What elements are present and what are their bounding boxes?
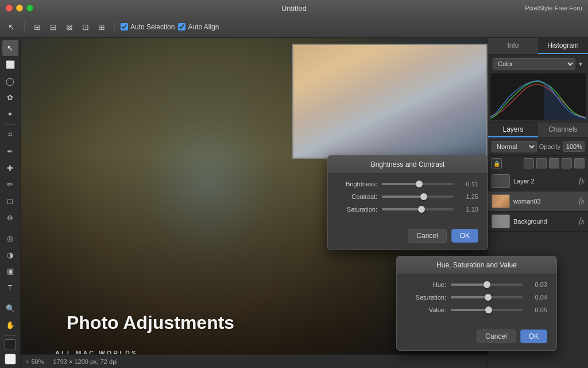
value-thumb[interactable] — [485, 306, 492, 313]
toolbar-separator — [24, 21, 25, 33]
color-mode-select[interactable]: Color — [493, 58, 575, 70]
tool-zoom[interactable]: 🔍 — [2, 301, 18, 316]
move-tool-icon[interactable]: ↖ — [5, 20, 18, 34]
brightness-thumb[interactable] — [416, 181, 423, 187]
tool-group-move: ↖ — [5, 20, 18, 34]
zoom-control[interactable]: + 50% — [25, 358, 44, 365]
layer-item-background[interactable]: Background fx — [488, 212, 588, 232]
tool-dodge[interactable]: ◑ — [2, 247, 18, 263]
add-icon[interactable]: + — [25, 358, 29, 365]
blend-mode-select[interactable]: Normal — [492, 141, 537, 152]
auto-align-checkbox[interactable] — [178, 23, 185, 30]
contrast-thumb[interactable] — [420, 193, 427, 200]
brightness-value: 0.11 — [458, 181, 478, 187]
tool-select-ellipse[interactable]: ◯ — [2, 74, 18, 89]
huesat-ok-button[interactable]: OK — [520, 329, 547, 343]
app-name: PixelStyle Free Foru — [525, 5, 582, 12]
auto-align-check[interactable]: Auto Align — [178, 23, 219, 31]
svg-marker-0 — [544, 83, 586, 120]
layer-icon-5[interactable]: ⊞ — [95, 20, 109, 34]
tool-foreground-color[interactable] — [5, 339, 16, 350]
tool-eraser[interactable]: ◻ — [2, 193, 18, 209]
tab-histogram[interactable]: Histogram — [538, 38, 588, 54]
tool-background-color[interactable] — [5, 354, 16, 365]
value-slider[interactable] — [451, 309, 523, 311]
hue-row: Hue: 0.03 — [406, 281, 547, 288]
image-dimensions: 1793 × 1200 px, 72 dpi — [53, 358, 117, 365]
value-label: Value: — [406, 306, 446, 313]
brightness-contrast-dialog: Brightness and Contrast Brightness: 0.11… — [327, 155, 488, 250]
tool-arrow[interactable]: ↖ — [2, 40, 18, 56]
tool-brush[interactable]: ✏ — [2, 177, 18, 192]
huesat-dialog-title: Hue, Saturation and Value — [397, 256, 556, 274]
layer-woman03-fx[interactable]: fx — [579, 197, 585, 206]
opacity-input[interactable] — [563, 141, 585, 152]
tab-info[interactable]: Info — [488, 38, 538, 54]
layer-icon-1[interactable]: ⊞ — [30, 20, 44, 34]
layer-btn-4[interactable] — [562, 158, 572, 168]
minimize-button[interactable] — [16, 5, 23, 12]
hue-label: Hue: — [406, 281, 446, 288]
tool-gradient[interactable]: ▣ — [2, 263, 18, 279]
auto-align-label: Auto Align — [188, 23, 219, 31]
preview-window — [292, 44, 488, 159]
hue-slider[interactable] — [451, 283, 523, 286]
contrast-slider[interactable] — [382, 195, 454, 198]
layer-icons-row: 🔒 — [488, 156, 588, 171]
info-histogram-tabs: Info Histogram — [488, 38, 588, 55]
auto-selection-check[interactable]: Auto Selection — [121, 23, 175, 31]
tool-select-rect[interactable]: ⬜ — [2, 57, 18, 72]
tab-layers[interactable]: Layers — [488, 122, 538, 137]
tool-lasso[interactable]: ✿ — [2, 90, 18, 105]
tool-blur[interactable]: ◎ — [2, 231, 18, 246]
tool-separator-1 — [5, 124, 16, 125]
tool-text[interactable]: T — [2, 280, 18, 296]
toolbar-separator-2 — [114, 21, 115, 33]
tab-channels[interactable]: Channels — [538, 122, 588, 137]
auto-selection-checkbox[interactable] — [121, 23, 128, 30]
brightness-slider[interactable] — [382, 183, 454, 185]
layer-btn-2[interactable] — [536, 158, 547, 168]
layer-2-fx[interactable]: fx — [579, 177, 585, 186]
huesat-saturation-slider[interactable] — [451, 296, 523, 298]
huesat-saturation-row: Saturation: 0.04 — [406, 294, 547, 301]
layer-item-woman03[interactable]: woman03 fx — [488, 191, 588, 212]
hue-saturation-dialog: Hue, Saturation and Value Hue: 0.03 Satu… — [396, 256, 557, 351]
hue-thumb[interactable] — [483, 281, 490, 288]
saturation-slider[interactable] — [382, 208, 454, 210]
close-button[interactable] — [6, 5, 13, 12]
saturation-thumb[interactable] — [418, 206, 425, 213]
layer-icon-4[interactable]: ⊡ — [79, 20, 92, 34]
tool-hand[interactable]: ✋ — [2, 317, 18, 333]
saturation-value: 1.10 — [458, 206, 478, 213]
brightness-cancel-button[interactable]: Cancel — [408, 229, 446, 243]
tool-heal[interactable]: ✚ — [2, 160, 18, 176]
hue-value: 0.03 — [527, 281, 547, 288]
layer-btn-1[interactable] — [524, 158, 534, 168]
layer-bg-thumb — [492, 214, 510, 228]
layer-bg-fx[interactable]: fx — [579, 217, 585, 226]
layer-lock-icon[interactable]: 🔒 — [492, 158, 502, 168]
maximize-button[interactable] — [26, 5, 33, 12]
window-controls[interactable] — [6, 5, 33, 12]
histogram-svg — [490, 74, 586, 120]
huesat-cancel-button[interactable]: Cancel — [477, 329, 515, 343]
preview-inner — [293, 45, 486, 158]
layer-btn-5[interactable] — [574, 158, 585, 168]
brightness-ok-button[interactable]: OK — [451, 229, 478, 243]
layer-btn-3[interactable] — [549, 158, 559, 168]
layer-woman03-label: woman03 — [513, 198, 575, 205]
layer-woman03-thumb — [492, 194, 510, 208]
color-dropdown-icon: ▼ — [578, 61, 583, 67]
status-bar: + 50% 1793 × 1200 px, 72 dpi — [21, 354, 488, 368]
layer-item-2[interactable]: Layer 2 fx — [488, 171, 588, 191]
huesat-saturation-thumb[interactable] — [485, 294, 492, 301]
tool-separator-2 — [5, 228, 16, 228]
layer-icon-3[interactable]: ⊠ — [63, 20, 76, 34]
layer-icon-2[interactable]: ⊟ — [47, 20, 60, 34]
tool-clone[interactable]: ⊕ — [2, 210, 18, 225]
tool-crop[interactable]: ⌗ — [2, 127, 18, 143]
tool-eyedropper[interactable]: ✒ — [2, 144, 18, 159]
brightness-dialog-body: Brightness: 0.11 Contrast: 1.25 Saturati… — [328, 174, 488, 225]
tool-magic-wand[interactable]: ✦ — [2, 106, 18, 122]
